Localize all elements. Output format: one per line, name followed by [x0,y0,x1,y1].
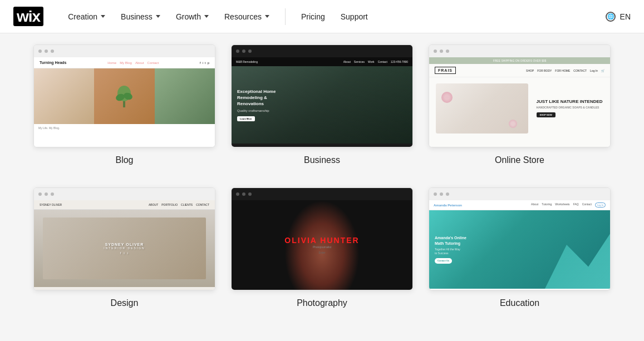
edu-hero-text: Amanda's OnlineMath Tutoring Together Al… [435,235,466,263]
nav-item-resources[interactable]: Resources [218,8,276,26]
online-store-label: Online Store [495,155,544,165]
store-hero-text: JUST LIKE NATURE INTENDED HANDCRAFTED OR… [537,99,603,117]
blog-brand: Turning Heads [40,61,66,65]
business-content: M&B Remodeling About Services Work Conta… [232,57,412,147]
edu-nav-links: About Tutoring Worksheets FAQ Contact Lo… [531,202,606,207]
photography-content: OLIVIA HUNTER Photojournalist Enter [232,200,412,290]
template-card-education[interactable]: Amanda Peterson About Tutoring Worksheet… [429,187,611,308]
nav-item-growth[interactable]: Growth [169,8,215,26]
education-content: Amanda Peterson About Tutoring Worksheet… [429,200,610,290]
blog-nav-social: f i t p [200,61,209,65]
biz-nav-links: About Services Work Contact 123-456-7890 [343,60,408,63]
blog-nav-links: Home My Blog About Contact [107,61,159,65]
language-label[interactable]: EN [620,12,631,21]
browser-dot [248,50,252,53]
blog-image-1 [34,68,94,124]
store-screenshot: FREE SHIPPING ON ORDERS OVER $0$ FRAIS S… [429,57,610,147]
education-screenshot: Amanda Peterson About Tutoring Worksheet… [429,200,610,290]
business-label: Business [304,155,340,165]
store-content: FREE SHIPPING ON ORDERS OVER $0$ FRAIS S… [429,57,610,147]
design-facebook-icon: f [120,251,122,255]
biz-hero-text: Exceptional HomeRemodeling &Renovations … [237,88,276,122]
edu-cta: Contact Us [435,258,452,264]
blog-screenshot: Turning Heads Home My Blog About Contact… [34,57,215,147]
edu-login-btn: Log In [595,202,606,207]
store-brand: FRAIS [435,67,456,74]
biz-nav: M&B Remodeling About Services Work Conta… [232,57,412,66]
template-card-blog[interactable]: Turning Heads Home My Blog About Contact… [33,45,215,165]
photo-inner: OLIVIA HUNTER Photojournalist Enter [284,200,359,290]
pricing-label: Pricing [301,12,325,21]
store-flower-decoration [441,92,453,103]
business-chevron-icon [156,15,160,18]
template-card-business[interactable]: M&B Remodeling About Services Work Conta… [231,45,413,165]
template-card-design[interactable]: SYDNEY OLIVER ABOUT PORTFOLIO CLIENTS CO… [33,187,215,308]
creation-chevron-icon [101,15,105,18]
edu-brand: Amanda Peterson [434,204,462,207]
blog-nav-about: About [135,61,144,65]
globe-icon[interactable]: 🌐 [606,12,616,22]
design-social-icons: f t i [104,251,145,255]
browser-dot [434,50,437,53]
browser-bar-business [232,45,412,57]
business-preview-frame: M&B Remodeling About Services Work Conta… [231,45,413,147]
edu-hero: Amanda's OnlineMath Tutoring Together Al… [429,210,610,289]
blog-nav-home: Home [107,61,116,65]
biz-cta: Learn More [237,116,255,122]
business-screenshot: M&B Remodeling About Services Work Conta… [232,57,412,147]
navbar: wix Creation Business Growth Resources P… [0,0,644,33]
photographer-title: Photojournalist [284,245,359,249]
browser-dot [446,192,449,196]
design-hero: SYDNEY OLIVER INTERIOR DESIGN f t i [34,210,215,287]
browser-dot [51,50,54,53]
browser-dot [242,192,245,196]
growth-chevron-icon [204,15,209,18]
browser-dot [236,50,239,53]
browser-dot [248,192,252,196]
design-twitter-icon: t [124,251,125,255]
education-preview-frame: Amanda Peterson About Tutoring Worksheet… [429,187,611,290]
blog-nav: Turning Heads Home My Blog About Contact… [34,57,215,68]
browser-bar-blog [34,45,215,57]
browser-bar-design [34,188,215,200]
template-card-photography[interactable]: OLIVIA HUNTER Photojournalist Enter Phot… [231,187,413,308]
template-grid-row1: Turning Heads Home My Blog About Contact… [33,45,611,165]
nav-item-business[interactable]: Business [114,8,167,26]
browser-dot [51,192,54,196]
store-cta: SHOP NOW [537,112,555,117]
resources-chevron-icon [265,15,269,18]
photography-label: Photography [297,298,347,308]
nav-item-pricing[interactable]: Pricing [294,8,332,26]
nav-item-creation[interactable]: Creation [61,8,112,26]
design-preview-frame: SYDNEY OLIVER ABOUT PORTFOLIO CLIENTS CO… [33,187,215,290]
blog-label: Blog [115,155,133,165]
browser-dot [45,192,48,196]
growth-label: Growth [176,12,201,21]
support-label: Support [341,12,368,21]
browser-dot [38,50,42,53]
browser-dot [242,50,245,53]
blog-nav-contact: Contact [148,61,159,65]
design-subtitle: INTERIOR DESIGN [104,246,145,250]
edu-nav: Amanda Peterson About Tutoring Worksheet… [429,200,610,210]
blog-image-grid [34,68,215,124]
browser-bar-photography [232,188,412,200]
facebook-icon: f [200,61,201,65]
twitter-icon: t [205,61,206,65]
resources-label: Resources [224,12,262,21]
browser-bar-education [429,188,610,200]
wix-logo[interactable]: wix [13,8,43,26]
design-room-image: SYDNEY OLIVER INTERIOR DESIGN f t i [43,218,206,279]
store-nav-links: SHOP FOR BODY FOR HOME CONTACT Log In 🛒 [526,69,604,72]
blog-image-3 [155,68,215,124]
browser-dot [446,50,449,53]
browser-dot [440,192,443,196]
design-label: Design [111,298,139,308]
template-card-online-store[interactable]: FREE SHIPPING ON ORDERS OVER $0$ FRAIS S… [429,45,611,165]
nav-item-support[interactable]: Support [334,8,375,26]
biz-hero: Exceptional HomeRemodeling &Renovations … [232,66,412,144]
browser-dot [236,192,239,196]
store-flower2-decoration [509,120,517,128]
biz-brand: M&B Remodeling [236,60,258,63]
store-banner: FREE SHIPPING ON ORDERS OVER $0$ [429,57,610,64]
